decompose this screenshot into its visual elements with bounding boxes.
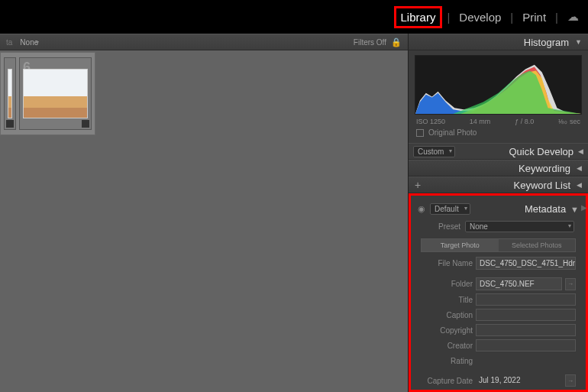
library-filter-bar: ta None Filters Off 🔒 bbox=[0, 34, 408, 50]
grid-thumbstrip: 6 bbox=[0, 52, 95, 135]
metadata-title: Metadata bbox=[525, 203, 566, 215]
folder-goto-button[interactable]: → bbox=[565, 278, 576, 290]
capture-date-goto-button[interactable]: → bbox=[565, 374, 576, 387]
folder-field[interactable]: DSC_4750.NEF bbox=[476, 277, 562, 290]
filter-lock-icon[interactable]: 🔒 bbox=[391, 37, 402, 47]
tab-target-photo[interactable]: Target Photo bbox=[422, 239, 499, 251]
filter-none-label[interactable]: None bbox=[17, 38, 41, 47]
tab-selected-photos[interactable]: Selected Photos bbox=[499, 239, 576, 251]
capture-date-value: Jul 19, 2022 bbox=[476, 374, 562, 387]
quick-develop-title: Quick Develop bbox=[509, 146, 573, 157]
metadata-scope-tabs: Target Photo Selected Photos bbox=[421, 238, 576, 252]
content-area: ta None Filters Off 🔒 6 bbox=[0, 34, 408, 392]
exif-focal: 14 mm bbox=[470, 118, 491, 125]
filters-toggle[interactable]: Filters Off bbox=[354, 38, 386, 47]
tab-print[interactable]: Print bbox=[518, 8, 551, 26]
grid-canvas[interactable] bbox=[0, 135, 408, 392]
exif-iso: ISO 1250 bbox=[416, 118, 445, 125]
metadata-header[interactable]: ◉ Default Metadata ▼ bbox=[416, 200, 580, 218]
exif-aperture: ƒ / 8.0 bbox=[515, 118, 534, 125]
collapse-icon: ◀ bbox=[577, 181, 582, 189]
thumbnail[interactable] bbox=[4, 57, 16, 130]
creator-field[interactable] bbox=[476, 339, 576, 352]
treatment-dropdown[interactable]: Custom bbox=[413, 146, 455, 157]
histogram-graph[interactable] bbox=[415, 55, 582, 115]
exif-row: ISO 1250 14 mm ƒ / 8.0 ¹⁄₈₀ sec bbox=[415, 115, 582, 127]
tab-divider: | bbox=[510, 11, 513, 24]
preset-label: Preset bbox=[422, 222, 460, 231]
capture-date-label: Capture Date bbox=[416, 377, 473, 385]
creator-label: Creator bbox=[416, 342, 473, 350]
histogram-panel: ISO 1250 14 mm ƒ / 8.0 ¹⁄₈₀ sec Original… bbox=[409, 50, 588, 143]
module-picker: Library | Develop | Print | ☁ bbox=[0, 0, 588, 34]
keywording-title: Keywording bbox=[519, 163, 570, 174]
title-label: Title bbox=[416, 296, 473, 304]
collapse-icon: ◀ bbox=[578, 147, 583, 155]
thumb-badge-icon bbox=[6, 120, 14, 128]
panel-expand-handle[interactable]: ▶ bbox=[580, 196, 588, 219]
keyword-list-header[interactable]: + Keyword List ◀ bbox=[409, 177, 588, 193]
keyword-list-title: Keyword List bbox=[514, 180, 570, 191]
exif-shutter: ¹⁄₈₀ sec bbox=[558, 118, 580, 125]
caption-label: Caption bbox=[416, 311, 473, 319]
original-photo-row[interactable]: Original Photo bbox=[415, 127, 582, 140]
caption-field[interactable] bbox=[476, 309, 576, 321]
histogram-title: Histogram bbox=[524, 37, 569, 48]
cloud-sync-icon[interactable]: ☁ bbox=[567, 10, 579, 24]
collapse-icon: ◀ bbox=[577, 164, 582, 172]
original-photo-checkbox[interactable] bbox=[416, 129, 424, 137]
tab-divider: | bbox=[555, 11, 558, 24]
copyright-field[interactable] bbox=[476, 324, 576, 336]
title-field[interactable] bbox=[476, 293, 576, 306]
original-photo-label: Original Photo bbox=[428, 128, 477, 137]
quick-develop-header[interactable]: Custom Quick Develop ◀ bbox=[409, 143, 588, 160]
tab-divider: | bbox=[447, 11, 450, 24]
rating-field[interactable] bbox=[476, 355, 576, 367]
metadata-panel: ◉ Default Metadata ▼ Preset None Target … bbox=[409, 193, 588, 392]
filename-label: File Name bbox=[416, 259, 473, 267]
copyright-label: Copyright bbox=[416, 326, 473, 335]
thumb-badge-icon bbox=[82, 120, 89, 128]
tab-develop[interactable]: Develop bbox=[454, 8, 506, 26]
thumbnail[interactable]: 6 bbox=[19, 57, 92, 130]
collapse-icon: ▼ bbox=[575, 38, 582, 46]
thumb-image bbox=[23, 69, 88, 118]
filename-field[interactable]: DSC_4750_DSC_4751_Hdr. bbox=[476, 257, 576, 270]
keywording-header[interactable]: Keywording ◀ bbox=[409, 160, 588, 177]
histogram-header[interactable]: Histogram ▼ bbox=[409, 34, 588, 50]
preset-dropdown[interactable]: None bbox=[465, 221, 574, 232]
folder-label: Folder bbox=[416, 280, 473, 288]
collapse-icon: ▼ bbox=[570, 205, 579, 214]
right-panel: Histogram ▼ ISO 1250 14 mm ƒ / 8.0 bbox=[408, 34, 588, 392]
eye-icon[interactable]: ◉ bbox=[418, 204, 425, 214]
filter-attr-truncated: ta bbox=[6, 38, 12, 47]
add-keyword-icon[interactable]: + bbox=[415, 179, 421, 191]
metadata-set-dropdown[interactable]: Default bbox=[430, 203, 470, 215]
tab-library[interactable]: Library bbox=[394, 6, 443, 28]
rating-label: Rating bbox=[416, 357, 473, 365]
